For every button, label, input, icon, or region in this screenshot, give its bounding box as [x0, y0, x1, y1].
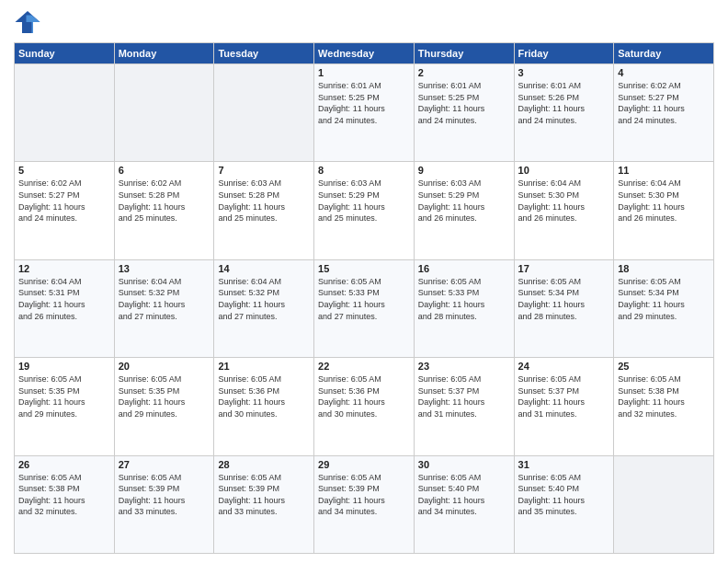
- day-info: Sunrise: 6:05 AM Sunset: 5:39 PM Dayligh…: [318, 472, 410, 518]
- day-cell: 1Sunrise: 6:01 AM Sunset: 5:25 PM Daylig…: [314, 64, 415, 162]
- day-info: Sunrise: 6:04 AM Sunset: 5:31 PM Dayligh…: [18, 276, 110, 322]
- day-info: Sunrise: 6:05 AM Sunset: 5:37 PM Dayligh…: [418, 373, 510, 419]
- day-cell: 22Sunrise: 6:05 AM Sunset: 5:36 PM Dayli…: [314, 358, 415, 455]
- day-cell: 29Sunrise: 6:05 AM Sunset: 5:39 PM Dayli…: [314, 455, 415, 553]
- day-number: 23: [418, 361, 510, 372]
- day-info: Sunrise: 6:05 AM Sunset: 5:33 PM Dayligh…: [318, 276, 410, 322]
- day-number: 7: [218, 165, 310, 176]
- day-info: Sunrise: 6:03 AM Sunset: 5:29 PM Dayligh…: [318, 178, 410, 224]
- day-cell: 20Sunrise: 6:05 AM Sunset: 5:35 PM Dayli…: [114, 358, 214, 455]
- weekday-header-thursday: Thursday: [414, 43, 514, 64]
- day-number: 27: [119, 459, 210, 470]
- day-info: Sunrise: 6:01 AM Sunset: 5:26 PM Dayligh…: [518, 80, 610, 126]
- day-cell: 14Sunrise: 6:04 AM Sunset: 5:32 PM Dayli…: [214, 259, 314, 357]
- weekday-header-wednesday: Wednesday: [314, 43, 415, 64]
- day-info: Sunrise: 6:02 AM Sunset: 5:28 PM Dayligh…: [119, 178, 210, 224]
- day-number: 21: [218, 361, 310, 372]
- day-info: Sunrise: 6:04 AM Sunset: 5:32 PM Dayligh…: [119, 276, 210, 322]
- day-cell: 19Sunrise: 6:05 AM Sunset: 5:35 PM Dayli…: [15, 358, 115, 455]
- day-info: Sunrise: 6:05 AM Sunset: 5:34 PM Dayligh…: [618, 276, 710, 322]
- day-cell: 12Sunrise: 6:04 AM Sunset: 5:31 PM Dayli…: [15, 259, 115, 357]
- calendar: SundayMondayTuesdayWednesdayThursdayFrid…: [14, 42, 714, 554]
- day-cell: 15Sunrise: 6:05 AM Sunset: 5:33 PM Dayli…: [314, 259, 415, 357]
- week-row-3: 12Sunrise: 6:04 AM Sunset: 5:31 PM Dayli…: [15, 259, 714, 357]
- day-number: 1: [318, 67, 410, 78]
- day-cell: [614, 455, 714, 553]
- day-cell: 10Sunrise: 6:04 AM Sunset: 5:30 PM Dayli…: [514, 162, 614, 259]
- day-number: 4: [618, 67, 710, 78]
- day-cell: 25Sunrise: 6:05 AM Sunset: 5:38 PM Dayli…: [614, 358, 714, 455]
- day-number: 13: [119, 263, 210, 274]
- day-info: Sunrise: 6:05 AM Sunset: 5:40 PM Dayligh…: [418, 472, 510, 518]
- day-number: 19: [18, 361, 110, 372]
- day-number: 8: [318, 165, 410, 176]
- day-cell: 11Sunrise: 6:04 AM Sunset: 5:30 PM Dayli…: [614, 162, 714, 259]
- day-number: 5: [18, 165, 110, 176]
- day-info: Sunrise: 6:05 AM Sunset: 5:36 PM Dayligh…: [218, 373, 310, 419]
- day-number: 15: [318, 263, 410, 274]
- day-cell: 31Sunrise: 6:05 AM Sunset: 5:40 PM Dayli…: [514, 455, 614, 553]
- day-number: 31: [518, 459, 610, 470]
- weekday-header-sunday: Sunday: [15, 43, 115, 64]
- day-cell: 8Sunrise: 6:03 AM Sunset: 5:29 PM Daylig…: [314, 162, 415, 259]
- day-cell: 6Sunrise: 6:02 AM Sunset: 5:28 PM Daylig…: [114, 162, 214, 259]
- day-number: 28: [218, 459, 310, 470]
- day-info: Sunrise: 6:02 AM Sunset: 5:27 PM Dayligh…: [18, 178, 110, 224]
- day-number: 12: [18, 263, 110, 274]
- day-number: 17: [518, 263, 610, 274]
- day-cell: 5Sunrise: 6:02 AM Sunset: 5:27 PM Daylig…: [15, 162, 115, 259]
- day-cell: 28Sunrise: 6:05 AM Sunset: 5:39 PM Dayli…: [214, 455, 314, 553]
- day-number: 24: [518, 361, 610, 372]
- week-row-5: 26Sunrise: 6:05 AM Sunset: 5:38 PM Dayli…: [15, 455, 714, 553]
- day-info: Sunrise: 6:05 AM Sunset: 5:33 PM Dayligh…: [418, 276, 510, 322]
- day-info: Sunrise: 6:05 AM Sunset: 5:39 PM Dayligh…: [218, 472, 310, 518]
- day-cell: [214, 64, 314, 162]
- page: SundayMondayTuesdayWednesdayThursdayFrid…: [0, 0, 728, 563]
- weekday-header-saturday: Saturday: [614, 43, 714, 64]
- day-number: 2: [418, 67, 510, 78]
- day-info: Sunrise: 6:03 AM Sunset: 5:29 PM Dayligh…: [418, 178, 510, 224]
- day-number: 30: [418, 459, 510, 470]
- day-cell: 18Sunrise: 6:05 AM Sunset: 5:34 PM Dayli…: [614, 259, 714, 357]
- day-cell: 9Sunrise: 6:03 AM Sunset: 5:29 PM Daylig…: [414, 162, 514, 259]
- logo-icon: [14, 9, 41, 35]
- day-info: Sunrise: 6:04 AM Sunset: 5:30 PM Dayligh…: [518, 178, 610, 224]
- day-info: Sunrise: 6:04 AM Sunset: 5:32 PM Dayligh…: [218, 276, 310, 322]
- day-number: 25: [618, 361, 710, 372]
- week-row-1: 1Sunrise: 6:01 AM Sunset: 5:25 PM Daylig…: [15, 64, 714, 162]
- day-cell: 26Sunrise: 6:05 AM Sunset: 5:38 PM Dayli…: [15, 455, 115, 553]
- day-cell: 4Sunrise: 6:02 AM Sunset: 5:27 PM Daylig…: [614, 64, 714, 162]
- day-number: 22: [318, 361, 410, 372]
- day-number: 3: [518, 67, 610, 78]
- day-number: 10: [518, 165, 610, 176]
- day-info: Sunrise: 6:04 AM Sunset: 5:30 PM Dayligh…: [618, 178, 710, 224]
- day-info: Sunrise: 6:02 AM Sunset: 5:27 PM Dayligh…: [618, 80, 710, 126]
- day-number: 26: [18, 459, 110, 470]
- day-info: Sunrise: 6:05 AM Sunset: 5:38 PM Dayligh…: [618, 373, 710, 419]
- day-info: Sunrise: 6:05 AM Sunset: 5:36 PM Dayligh…: [318, 373, 410, 419]
- weekday-header-monday: Monday: [114, 43, 214, 64]
- day-info: Sunrise: 6:05 AM Sunset: 5:35 PM Dayligh…: [18, 373, 110, 419]
- day-info: Sunrise: 6:01 AM Sunset: 5:25 PM Dayligh…: [318, 80, 410, 126]
- day-cell: 16Sunrise: 6:05 AM Sunset: 5:33 PM Dayli…: [414, 259, 514, 357]
- weekday-header-tuesday: Tuesday: [214, 43, 314, 64]
- week-row-2: 5Sunrise: 6:02 AM Sunset: 5:27 PM Daylig…: [15, 162, 714, 259]
- day-info: Sunrise: 6:03 AM Sunset: 5:28 PM Dayligh…: [218, 178, 310, 224]
- day-info: Sunrise: 6:05 AM Sunset: 5:38 PM Dayligh…: [18, 472, 110, 518]
- day-info: Sunrise: 6:05 AM Sunset: 5:37 PM Dayligh…: [518, 373, 610, 419]
- day-cell: 27Sunrise: 6:05 AM Sunset: 5:39 PM Dayli…: [114, 455, 214, 553]
- weekday-header-friday: Friday: [514, 43, 614, 64]
- day-info: Sunrise: 6:05 AM Sunset: 5:35 PM Dayligh…: [119, 373, 210, 419]
- day-cell: 24Sunrise: 6:05 AM Sunset: 5:37 PM Dayli…: [514, 358, 614, 455]
- calendar-body: 1Sunrise: 6:01 AM Sunset: 5:25 PM Daylig…: [15, 64, 714, 554]
- weekday-row: SundayMondayTuesdayWednesdayThursdayFrid…: [15, 43, 714, 64]
- day-cell: 23Sunrise: 6:05 AM Sunset: 5:37 PM Dayli…: [414, 358, 514, 455]
- week-row-4: 19Sunrise: 6:05 AM Sunset: 5:35 PM Dayli…: [15, 358, 714, 455]
- day-cell: [15, 64, 115, 162]
- day-number: 9: [418, 165, 510, 176]
- day-cell: [114, 64, 214, 162]
- day-cell: 30Sunrise: 6:05 AM Sunset: 5:40 PM Dayli…: [414, 455, 514, 553]
- day-number: 6: [119, 165, 210, 176]
- day-cell: 13Sunrise: 6:04 AM Sunset: 5:32 PM Dayli…: [114, 259, 214, 357]
- day-cell: 3Sunrise: 6:01 AM Sunset: 5:26 PM Daylig…: [514, 64, 614, 162]
